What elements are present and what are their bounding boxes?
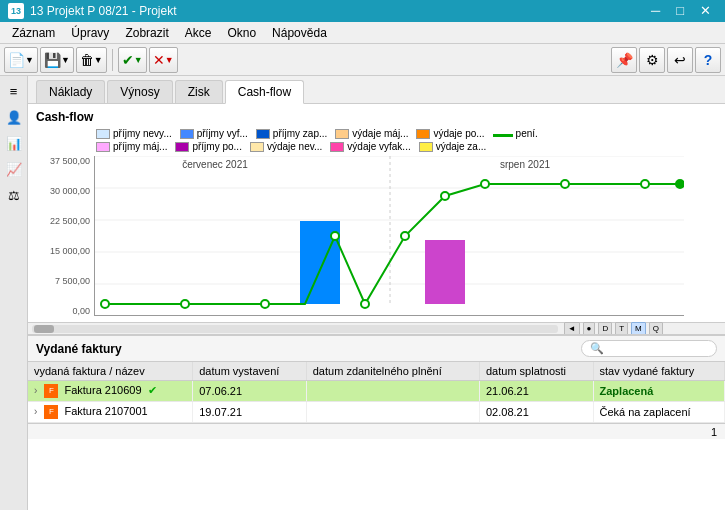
legend-prijmy-nevy: příjmy nevy... xyxy=(96,128,172,139)
sidebar: ≡ 👤 📊 📈 ⚖ xyxy=(0,76,28,510)
legend-label-5: výdaje po... xyxy=(433,128,484,139)
menu-upravy[interactable]: Úpravy xyxy=(63,24,117,42)
close-button[interactable]: ✕ xyxy=(694,0,717,22)
tab-vynosy[interactable]: Výnosy xyxy=(107,80,172,103)
sidebar-icon-user[interactable]: 👤 xyxy=(3,106,25,128)
invoice-header: Vydané faktury 🔍 xyxy=(28,336,725,362)
legend-color-9 xyxy=(250,142,264,152)
chart-area: 37 500,00 30 000,00 22 500,00 15 000,00 … xyxy=(36,156,717,316)
chart-svg: červenec 2021 srpen 2021 xyxy=(94,156,684,316)
maximize-button[interactable]: □ xyxy=(670,0,690,22)
window-controls: ─ □ ✕ xyxy=(645,0,717,22)
legend-color-3 xyxy=(256,129,270,139)
tab-zisk[interactable]: Zisk xyxy=(175,80,223,103)
legend-color-11 xyxy=(419,142,433,152)
dot-8 xyxy=(481,180,489,188)
col-stav: stav vydané faktury xyxy=(593,362,724,381)
legend-color-10 xyxy=(330,142,344,152)
col-datum-zdanitelneho: datum zdanitelného plnění xyxy=(306,362,479,381)
cell-date-vystaveni-1: 07.06.21 xyxy=(193,381,307,402)
expand-icon-2[interactable]: › xyxy=(34,406,37,417)
menu-zobrazit[interactable]: Zobrazit xyxy=(117,24,176,42)
main-content: ≡ 👤 📊 📈 ⚖ Náklady Výnosy Zisk Cash-flow … xyxy=(0,76,725,510)
y-label-1: 37 500,00 xyxy=(36,156,90,166)
expand-icon-1[interactable]: › xyxy=(34,385,37,396)
bar-vydaje xyxy=(425,240,465,304)
search-input[interactable] xyxy=(608,343,708,355)
legend-color-5 xyxy=(416,129,430,139)
page-number: 1 xyxy=(711,426,717,438)
legend-line-color xyxy=(493,134,513,137)
tab-naklady[interactable]: Náklady xyxy=(36,80,105,103)
legend-color-7 xyxy=(96,142,110,152)
dot-9 xyxy=(561,180,569,188)
legend-label-3: příjmy zap... xyxy=(273,128,327,139)
sidebar-icon-balance[interactable]: ⚖ xyxy=(3,184,25,206)
search-box[interactable]: 🔍 xyxy=(581,340,717,357)
menu-okno[interactable]: Okno xyxy=(219,24,264,42)
legend-label-9: výdaje nev... xyxy=(267,141,322,152)
dot-2 xyxy=(181,300,189,308)
pin-button[interactable]: 📌 xyxy=(611,47,637,73)
legend-prijmy-po: příjmy po... xyxy=(175,141,241,152)
cell-date-splatnosti-1: 21.06.21 xyxy=(479,381,593,402)
faktura-name-2: Faktura 2107001 xyxy=(64,405,147,417)
invoice-section: Vydané faktury 🔍 vydaná faktura / název … xyxy=(28,334,725,423)
content-panel: Náklady Výnosy Zisk Cash-flow Cash-flow … xyxy=(28,76,725,510)
tab-bar: Náklady Výnosy Zisk Cash-flow xyxy=(28,76,725,104)
cell-date-zdanitelneho-2 xyxy=(306,402,479,423)
legend-vydaje-maj: výdaje máj... xyxy=(335,128,408,139)
tab-cashflow[interactable]: Cash-flow xyxy=(225,80,304,104)
undo-button[interactable]: ↩ xyxy=(667,47,693,73)
legend-label-2: příjmy vyf... xyxy=(197,128,248,139)
dot-end xyxy=(676,180,684,188)
menu-zaznam[interactable]: Záznam xyxy=(4,24,63,42)
col-datum-vystaveni: datum vystavení xyxy=(193,362,307,381)
dot-7 xyxy=(441,192,449,200)
legend-label-7: příjmy máj... xyxy=(113,141,167,152)
cell-stav-1: Zaplacená xyxy=(593,381,724,402)
save-button[interactable]: 💾▼ xyxy=(40,47,74,73)
y-label-6: 0,00 xyxy=(36,306,90,316)
menu-napoveda[interactable]: Nápověda xyxy=(264,24,335,42)
legend-row2: příjmy máj... příjmy po... výdaje nev...… xyxy=(36,141,717,152)
legend-label-1: příjmy nevy... xyxy=(113,128,172,139)
table-row[interactable]: › F Faktura 210609 ✔ 07.06.21 21.06.21 Z… xyxy=(28,381,725,402)
scrollbar-thumb[interactable] xyxy=(34,325,54,333)
delete-button[interactable]: 🗑▼ xyxy=(76,47,107,73)
sidebar-icon-chart[interactable]: 📊 xyxy=(3,132,25,154)
settings-button[interactable]: ⚙ xyxy=(639,47,665,73)
legend-color-2 xyxy=(180,129,194,139)
line-peni xyxy=(105,184,680,304)
help-button[interactable]: ? xyxy=(695,47,721,73)
new-button[interactable]: 📄▼ xyxy=(4,47,38,73)
legend-prijmy-vyf: příjmy vyf... xyxy=(180,128,248,139)
legend-color-4 xyxy=(335,129,349,139)
invoice-title: Vydané faktury xyxy=(36,342,581,356)
check-icon-1: ✔ xyxy=(148,384,157,396)
cell-faktura-1[interactable]: › F Faktura 210609 ✔ xyxy=(28,381,193,402)
sidebar-icon-trend[interactable]: 📈 xyxy=(3,158,25,180)
table-row[interactable]: › F Faktura 2107001 19.07.21 02.08.21 Če… xyxy=(28,402,725,423)
svg-text:červenec 2021: červenec 2021 xyxy=(182,159,248,170)
menu-bar: Záznam Úpravy Zobrazit Akce Okno Nápověd… xyxy=(0,22,725,44)
separator-1 xyxy=(112,49,113,71)
title-bar: 13 13 Projekt P 08/21 - Projekt ─ □ ✕ xyxy=(0,0,725,22)
sidebar-icon-list[interactable]: ≡ xyxy=(3,80,25,102)
cell-date-zdanitelneho-1 xyxy=(306,381,479,402)
minimize-button[interactable]: ─ xyxy=(645,0,666,22)
y-label-2: 30 000,00 xyxy=(36,186,90,196)
legend-vydaje-po: výdaje po... xyxy=(416,128,484,139)
dot-10 xyxy=(641,180,649,188)
legend-vydaje-nev: výdaje nev... xyxy=(250,141,322,152)
cell-date-splatnosti-2: 02.08.21 xyxy=(479,402,593,423)
cell-faktura-2[interactable]: › F Faktura 2107001 xyxy=(28,402,193,423)
dot-1 xyxy=(101,300,109,308)
cancel-button[interactable]: ✕▼ xyxy=(149,47,178,73)
legend-label-6: pení. xyxy=(516,128,538,139)
legend-prijmy-maj: příjmy máj... xyxy=(96,141,167,152)
menu-akce[interactable]: Akce xyxy=(177,24,220,42)
search-icon: 🔍 xyxy=(590,342,604,355)
confirm-button[interactable]: ✔▼ xyxy=(118,47,147,73)
scrollbar-track[interactable] xyxy=(32,325,558,333)
